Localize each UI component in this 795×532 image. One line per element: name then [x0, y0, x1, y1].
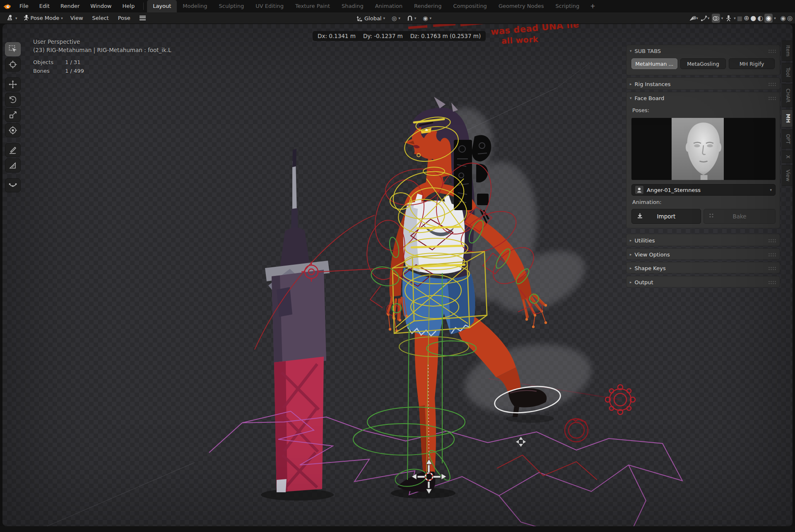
drag-grip-icon[interactable]	[768, 82, 776, 86]
workspace-tab-geometry-nodes[interactable]: Geometry Nodes	[493, 0, 550, 12]
shading-wireframe-button[interactable]: ⊕	[744, 15, 749, 22]
panel-view-options: ▸View Options	[626, 248, 780, 260]
render-region-icon[interactable]: ◎	[787, 15, 793, 22]
bake-icon	[709, 213, 714, 220]
xray-dropdown[interactable]: ▾	[734, 16, 736, 20]
tool-move[interactable]	[5, 77, 21, 91]
viewport-info-overlay: User Perspective (23) RIG-Metahuman | RI…	[33, 38, 171, 76]
workspace-tab-scripting[interactable]: Scripting	[550, 0, 585, 12]
active-object-label: (23) RIG-Metahuman | RIG-Metahuman : foo…	[33, 46, 171, 54]
panel-sub-tabs-header[interactable]: ▾ SUB TABS	[626, 45, 780, 57]
workspace-tab-shading[interactable]: Shading	[336, 0, 369, 12]
shading-solid-button[interactable]: ●	[750, 15, 756, 22]
xray-toggle[interactable]	[724, 14, 732, 23]
workspace-tab-uv-editing[interactable]: UV Editing	[250, 0, 289, 12]
panel-view-options-header[interactable]: ▸View Options	[626, 249, 780, 260]
workspace-tab-sculpting[interactable]: Sculpting	[213, 0, 250, 12]
tool-measure[interactable]	[5, 158, 21, 173]
camera-view-icon[interactable]: ▦	[737, 15, 742, 21]
menu-window[interactable]: Window	[85, 0, 117, 12]
sidebar-n-panel: ▾ SUB TABS MetaHuman ... MetaGosling MH …	[626, 45, 780, 293]
object-visibility-dropdown[interactable]: ▾	[689, 14, 699, 23]
overlays-dropdown[interactable]: ▾	[721, 16, 723, 20]
sidebar-tab-view[interactable]: View	[782, 165, 793, 186]
blender-logo-icon[interactable]	[0, 3, 14, 9]
menu-edit[interactable]: Edit	[34, 0, 55, 12]
pose-menu[interactable]: Pose	[114, 12, 135, 24]
drag-grip-icon[interactable]	[768, 280, 776, 284]
header-options-icon[interactable]	[140, 16, 146, 20]
readout-dx: Dx: 0.1341 m	[318, 33, 356, 39]
pose-select-dropdown[interactable]: Anger-01_Sternness ▾	[631, 184, 776, 196]
sidebar-tab-char[interactable]: CHAR	[782, 84, 793, 107]
drag-grip-icon[interactable]	[768, 239, 776, 242]
gizmos-dropdown[interactable]: ▾	[700, 14, 711, 23]
drag-grip-icon[interactable]	[768, 266, 776, 270]
download-icon	[637, 213, 643, 220]
workspace-tab-modeling[interactable]: Modeling	[177, 0, 213, 12]
drag-grip-icon[interactable]	[768, 253, 776, 256]
panel-sub-tabs: ▾ SUB TABS MetaHuman ... MetaGosling MH …	[626, 45, 780, 75]
tool-select-box[interactable]	[5, 42, 21, 56]
view-menu[interactable]: View	[66, 12, 87, 24]
panel-shape-keys-header[interactable]: ▸Shape Keys	[626, 262, 780, 274]
sidebar-tab-item[interactable]: Item	[782, 41, 793, 61]
import-button[interactable]: Import	[631, 209, 701, 224]
editor-type-button[interactable]: ▾	[4, 14, 20, 22]
panel-face-board-header[interactable]: ▾ Face Board	[626, 92, 780, 104]
tool-annotate[interactable]	[5, 143, 21, 157]
sidebar-tab-tool[interactable]: Tool	[782, 63, 793, 81]
view-perspective-label: User Perspective	[33, 38, 171, 46]
workspace-tab-rendering[interactable]: Rendering	[408, 0, 447, 12]
drag-grip-icon[interactable]	[768, 96, 776, 100]
workspace-tab-texture-paint[interactable]: Texture Paint	[289, 0, 336, 12]
sidebar-tab-x[interactable]: X	[782, 151, 793, 163]
bones-count: 1 / 499	[53, 67, 84, 76]
readout-dz: Dz: 0.1763 m (0.2537 m)	[410, 33, 481, 39]
shading-material-button[interactable]: ◐	[757, 15, 763, 22]
subtab-metahuman-button[interactable]: MetaHuman ...	[631, 58, 677, 69]
mouse-gizmo	[516, 437, 526, 447]
select-menu[interactable]: Select	[88, 12, 113, 24]
annotation-tool-icon[interactable]: ◉	[781, 15, 786, 22]
tool-transform[interactable]	[5, 123, 21, 137]
shading-rendered-button[interactable]: ◉	[764, 14, 773, 23]
transform-orientation-dropdown[interactable]: Global ▾	[354, 14, 388, 22]
workspace-tab-layout[interactable]: Layout	[147, 0, 177, 12]
menu-render[interactable]: Render	[55, 0, 85, 12]
snapping-dropdown[interactable]: ▾	[405, 14, 419, 22]
menu-help[interactable]: Help	[117, 0, 140, 12]
tool-scale[interactable]	[5, 108, 21, 122]
shading-dropdown[interactable]: ▾	[774, 16, 776, 20]
workspace-tab-animation[interactable]: Animation	[369, 0, 408, 12]
drag-grip-icon[interactable]	[768, 49, 776, 53]
pivot-point-dropdown[interactable]: ◎▾	[389, 14, 403, 22]
pose-mode-dropdown[interactable]: Pose Mode ▾	[21, 14, 65, 22]
tool-rotate[interactable]	[5, 93, 21, 107]
3d-viewport[interactable]: User Perspective (23) RIG-Metahuman | RI…	[2, 24, 793, 526]
pose-thumb-icon	[635, 186, 643, 194]
transform-readout: Dx: 0.1341 m Dy: -0.1237 m Dz: 0.1763 m …	[313, 31, 486, 41]
add-workspace-button[interactable]: +	[585, 2, 600, 10]
menu-file[interactable]: File	[14, 0, 34, 12]
panel-utilities-header[interactable]: ▸Utilities	[626, 234, 780, 247]
sidebar-tab-strip: Item Tool CHAR MH OPT X View	[782, 41, 793, 186]
pose-head-render	[679, 120, 728, 180]
objects-label: Objects	[33, 58, 53, 67]
panel-output-header[interactable]: ▸Output	[626, 276, 780, 288]
panel-utilities: ▸Utilities	[626, 234, 780, 246]
bake-button[interactable]: Bake	[703, 209, 776, 224]
pose-preview-image[interactable]	[631, 118, 776, 180]
proportional-editing-dropdown[interactable]: ◉▾	[420, 14, 434, 22]
panel-shape-keys: ▸Shape Keys	[626, 262, 780, 273]
panel-rig-instances-header[interactable]: ▸ Rig Instances	[626, 78, 780, 90]
tool-pose-breakdowner[interactable]	[5, 178, 21, 192]
workspace-tab-compositing[interactable]: Compositing	[447, 0, 493, 12]
subtab-mh-rigify-button[interactable]: MH Rigify	[729, 58, 775, 69]
readout-dy: Dy: -0.1237 m	[363, 33, 403, 39]
subtab-metagosling-button[interactable]: MetaGosling	[680, 58, 726, 69]
overlays-toggle[interactable]	[712, 14, 720, 23]
sidebar-tab-mh[interactable]: MH	[782, 109, 793, 127]
sidebar-tab-opt[interactable]: OPT	[782, 129, 793, 149]
tool-cursor[interactable]	[5, 58, 21, 72]
